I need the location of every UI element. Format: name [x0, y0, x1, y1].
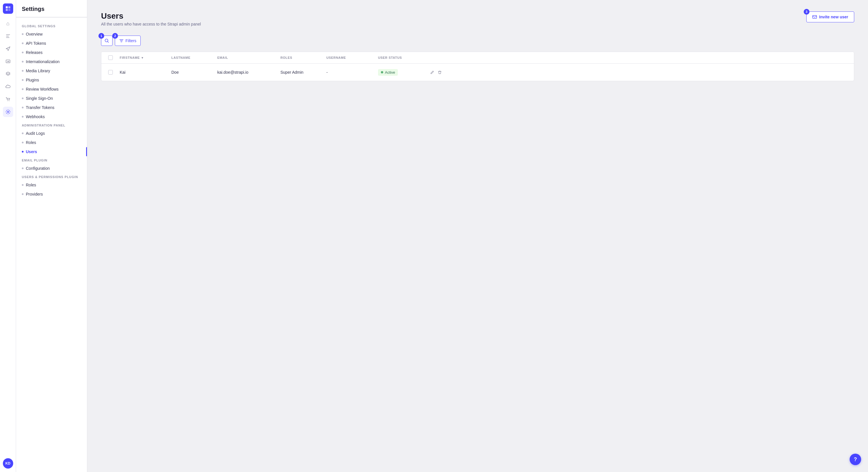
- users-permissions-label: USERS & PERMISSIONS PLUGIN: [16, 173, 87, 180]
- status-dot: [381, 71, 383, 73]
- page-title: Users: [101, 11, 201, 21]
- app-logo[interactable]: [3, 3, 13, 14]
- users-table: FIRSTNAME ▼ LASTNAME EMAIL ROLES USERNAM…: [101, 52, 854, 81]
- sidebar-item-audit-logs[interactable]: Audit Logs: [16, 129, 87, 138]
- email-cell: kai.doe@strapi.io: [215, 65, 278, 79]
- sidebar-item-releases[interactable]: Releases: [16, 48, 87, 57]
- delete-icon[interactable]: [437, 68, 442, 76]
- help-button[interactable]: ?: [849, 453, 861, 465]
- svg-rect-0: [6, 6, 8, 8]
- actions-cell: [427, 64, 445, 81]
- userstatus-cell: Active: [376, 65, 427, 80]
- svg-point-7: [7, 111, 9, 113]
- sidebar-item-internationalization[interactable]: Internationalization: [16, 57, 87, 66]
- svg-rect-2: [6, 9, 8, 11]
- edit-icon[interactable]: [430, 68, 435, 76]
- svg-point-6: [9, 101, 9, 101]
- layers-nav-icon[interactable]: [3, 69, 13, 79]
- search-badge: 1: [98, 33, 104, 39]
- actions-header: [427, 54, 445, 61]
- sidebar-item-users[interactable]: Users: [16, 147, 87, 156]
- envelope-icon: [812, 14, 817, 19]
- row-actions: [430, 68, 442, 76]
- nav-sidebar: Settings GLOBAL SETTINGS Overview API To…: [16, 0, 87, 472]
- username-cell: -: [324, 65, 376, 79]
- sidebar-item-overview[interactable]: Overview: [16, 30, 87, 39]
- sidebar-item-roles[interactable]: Roles: [16, 138, 87, 147]
- sidebar-item-transfer-tokens[interactable]: Transfer Tokens: [16, 103, 87, 112]
- invite-badge: 3: [804, 9, 809, 14]
- svg-rect-8: [813, 15, 817, 19]
- home-nav-icon[interactable]: ⌂: [3, 19, 13, 29]
- userstatus-header: USER STATUS: [376, 53, 427, 63]
- sidebar-title: Settings: [16, 6, 87, 18]
- sidebar-item-configuration[interactable]: Configuration: [16, 164, 87, 173]
- sidebar-item-single-sign-on[interactable]: Single Sign-On: [16, 94, 87, 103]
- user-avatar[interactable]: KD: [3, 458, 13, 469]
- filters-badge: 2: [112, 33, 118, 39]
- filters-button[interactable]: 2 Filters: [115, 36, 141, 46]
- main-content: Users All the users who have access to t…: [87, 0, 868, 472]
- roles-header: ROLES: [278, 53, 324, 63]
- table-header: FIRSTNAME ▼ LASTNAME EMAIL ROLES USERNAM…: [101, 52, 854, 64]
- send-nav-icon[interactable]: [3, 43, 13, 54]
- firstname-cell: Kai: [117, 65, 169, 79]
- table-row: Kai Doe kai.doe@strapi.io Super Admin - …: [101, 64, 854, 81]
- firstname-sort-icon: ▼: [141, 56, 144, 59]
- cart-nav-icon[interactable]: [3, 94, 13, 104]
- lastname-cell: Doe: [169, 65, 215, 79]
- sidebar-item-api-tokens[interactable]: API Tokens: [16, 39, 87, 48]
- checkbox-header: [106, 52, 117, 63]
- sidebar-item-review-workflows[interactable]: Review Workflows: [16, 85, 87, 94]
- row-checkbox[interactable]: [108, 70, 113, 74]
- username-header: USERNAME: [324, 53, 376, 63]
- svg-point-5: [7, 101, 8, 101]
- sidebar-item-webhooks[interactable]: Webhooks: [16, 112, 87, 121]
- sidebar-item-providers[interactable]: Providers: [16, 190, 87, 199]
- firstname-header[interactable]: FIRSTNAME ▼: [117, 53, 169, 63]
- admin-panel-label: ADMINISTRATION PANEL: [16, 121, 87, 129]
- svg-rect-4: [6, 60, 10, 63]
- global-settings-label: GLOBAL SETTINGS: [16, 22, 87, 30]
- filter-icon: [119, 38, 124, 43]
- search-button[interactable]: 1: [101, 36, 113, 46]
- media-nav-icon[interactable]: [3, 56, 13, 67]
- invite-new-user-button[interactable]: 3 Invite new user: [806, 11, 854, 22]
- select-all-checkbox[interactable]: [108, 55, 113, 60]
- svg-rect-1: [8, 6, 10, 8]
- content-nav-icon[interactable]: [3, 31, 13, 41]
- row-checkbox-cell: [106, 65, 117, 79]
- roles-cell: Super Admin: [278, 65, 324, 79]
- page-header-left: Users All the users who have access to t…: [101, 11, 201, 26]
- toolbar: 1 2 Filters: [101, 36, 854, 46]
- page-subtitle: All the users who have access to the Str…: [101, 22, 201, 26]
- icon-sidebar: ⌂: [0, 0, 16, 472]
- email-plugin-label: EMAIL PLUGIN: [16, 156, 87, 164]
- svg-rect-3: [8, 9, 10, 11]
- lastname-header: LASTNAME: [169, 53, 215, 63]
- sidebar-item-permissions-roles[interactable]: Roles: [16, 180, 87, 190]
- email-header: EMAIL: [215, 53, 278, 63]
- sidebar-item-media-library[interactable]: Media Library: [16, 66, 87, 75]
- sidebar-item-plugins[interactable]: Plugins: [16, 75, 87, 85]
- page-header: Users All the users who have access to t…: [101, 11, 854, 26]
- search-icon: [104, 38, 109, 43]
- cloud-nav-icon[interactable]: [3, 81, 13, 92]
- status-badge: Active: [378, 69, 398, 76]
- settings-nav-icon[interactable]: [3, 107, 13, 117]
